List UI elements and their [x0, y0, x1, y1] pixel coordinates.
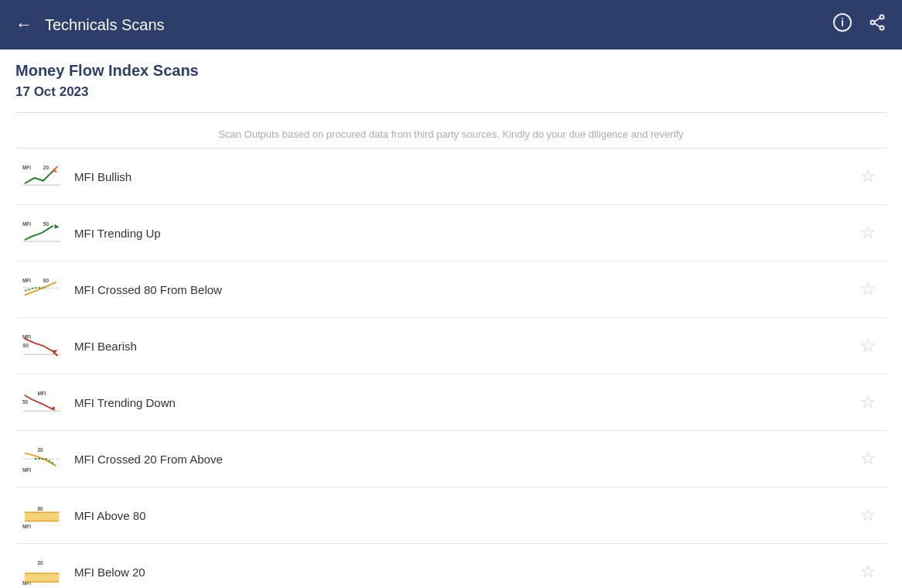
svg-text:50: 50: [43, 221, 50, 227]
page-title: Technicals Scans: [45, 16, 165, 34]
scan-label-crossed-80-below: MFI Crossed 80 From Below: [74, 283, 854, 296]
header-icons: i: [832, 12, 887, 37]
svg-text:MFI: MFI: [22, 334, 31, 340]
scan-item-crossed-80-below[interactable]: MFI 80 MFI Crossed 80 From Below ☆: [15, 262, 887, 318]
info-icon[interactable]: i: [832, 12, 852, 37]
svg-rect-33: [25, 512, 60, 521]
scan-label-bearish: MFI Bearish: [74, 340, 854, 353]
star-icon-below-20[interactable]: ☆: [854, 559, 882, 585]
star-icon-trending-up[interactable]: ☆: [854, 220, 882, 246]
star-icon-crossed-80-below[interactable]: ☆: [854, 276, 882, 303]
scan-icon-bullish: MFI 20: [20, 159, 63, 193]
star-icon-bearish[interactable]: ☆: [854, 333, 882, 359]
scan-item-bearish[interactable]: MFI 80 MFI Bearish ☆: [15, 318, 887, 374]
svg-point-2: [880, 15, 884, 19]
scan-icon-trending-up: MFI 50: [20, 216, 63, 250]
scan-icon-bearish: MFI 80: [20, 329, 63, 363]
header-left: ← Technicals Scans: [15, 15, 165, 35]
scan-item-trending-up[interactable]: MFI 50 MFI Trending Up ☆: [15, 205, 887, 262]
svg-rect-38: [25, 573, 60, 582]
share-icon[interactable]: [868, 13, 887, 36]
scan-label-trending-down: MFI Trending Down: [74, 396, 854, 409]
star-icon-trending-down[interactable]: ☆: [854, 389, 882, 415]
svg-point-3: [871, 21, 875, 25]
svg-line-5: [874, 18, 880, 22]
scan-item-below-20[interactable]: 20 MFI MFI Below 20 ☆: [15, 544, 887, 588]
star-icon-crossed-20-above[interactable]: ☆: [854, 446, 882, 472]
svg-text:i: i: [841, 16, 844, 29]
scan-label-bullish: MFI Bullish: [74, 170, 854, 183]
scan-label-above-80: MFI Above 80: [74, 509, 854, 522]
disclaimer: Scan Outputs based on procured data from…: [15, 121, 887, 149]
svg-text:MFI: MFI: [22, 467, 31, 473]
svg-text:MFI: MFI: [22, 524, 31, 529]
scan-icon-below-20: 20 MFI: [20, 555, 63, 588]
scan-icon-above-80: 80 MFI: [20, 498, 63, 532]
back-button[interactable]: ←: [15, 15, 32, 35]
scan-item-crossed-20-above[interactable]: 20 MFI MFI Crossed 20 From Above ☆: [15, 431, 887, 487]
svg-marker-15: [55, 224, 60, 229]
svg-text:MFI: MFI: [22, 165, 31, 170]
star-icon-above-80[interactable]: ☆: [854, 502, 882, 528]
svg-text:80: 80: [37, 506, 43, 511]
svg-text:80: 80: [43, 278, 50, 283]
svg-point-4: [880, 26, 884, 30]
scan-icon-crossed-20-above: 20 MFI: [20, 442, 63, 476]
svg-text:20: 20: [37, 560, 43, 566]
scan-label-crossed-20-above: MFI Crossed 20 From Above: [74, 453, 854, 466]
svg-text:80: 80: [23, 343, 29, 348]
scan-icon-trending-down: MFI 50: [20, 385, 63, 419]
svg-text:MFI: MFI: [37, 391, 46, 396]
star-icon-bullish[interactable]: ☆: [854, 163, 882, 190]
scan-label-below-20: MFI Below 20: [74, 566, 854, 579]
svg-text:MFI: MFI: [22, 278, 31, 283]
scan-item-bullish[interactable]: MFI 20 MFI Bullish ☆: [15, 149, 887, 205]
svg-text:20: 20: [37, 447, 43, 453]
scan-label-trending-up: MFI Trending Up: [74, 227, 854, 240]
scan-item-trending-down[interactable]: MFI 50 MFI Trending Down ☆: [15, 374, 887, 431]
svg-text:50: 50: [22, 399, 29, 405]
scan-date: 17 Oct 2023: [15, 84, 887, 100]
scan-icon-crossed-80-below: MFI 80: [20, 272, 63, 306]
header: ← Technicals Scans i: [0, 0, 902, 50]
scan-item-above-80[interactable]: 80 MFI MFI Above 80 ☆: [15, 487, 887, 544]
scan-title: Money Flow Index Scans: [15, 62, 887, 80]
svg-text:MFI: MFI: [22, 221, 31, 227]
scan-list: MFI 20 MFI Bullish ☆ MFI 50 MFI Trending…: [15, 149, 887, 588]
content: Money Flow Index Scans 17 Oct 2023 Scan …: [0, 50, 902, 588]
divider: [15, 112, 887, 113]
svg-line-6: [874, 23, 880, 27]
svg-text:20: 20: [43, 165, 50, 170]
